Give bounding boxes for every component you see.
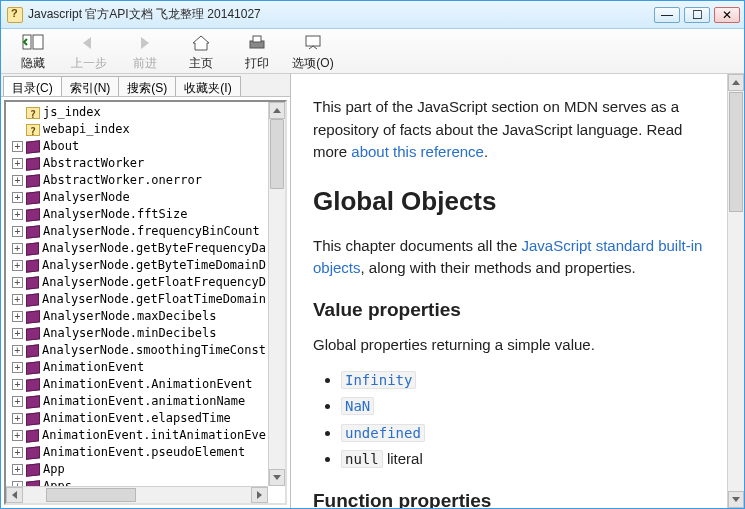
book-icon: [26, 429, 39, 442]
toolbar-hide-button[interactable]: 隐藏: [7, 31, 59, 72]
document-content: This part of the JavaScript section on M…: [291, 74, 727, 508]
toolbar-print-button[interactable]: 打印: [231, 31, 283, 72]
toolbar-options-button[interactable]: 选项(O): [287, 31, 339, 72]
book-icon: [26, 174, 40, 187]
tree-item-label: AnalyserNode.smoothingTimeConst: [42, 342, 266, 359]
tree-item[interactable]: +AnalyserNode.fftSize: [8, 206, 266, 223]
contents-tree[interactable]: js_indexwebapi_index+About+AbstractWorke…: [6, 102, 268, 486]
expander-icon[interactable]: +: [12, 192, 23, 203]
tab-search[interactable]: 搜索(S): [118, 76, 176, 96]
tab-index[interactable]: 索引(N): [61, 76, 120, 96]
tree-item[interactable]: +AbstractWorker: [8, 155, 266, 172]
tree-item-label: AnalyserNode.getFloatTimeDomain: [42, 291, 266, 308]
list-item: null literal: [341, 448, 711, 471]
value-link[interactable]: Infinity: [341, 371, 416, 388]
scroll-up-icon[interactable]: [269, 102, 285, 119]
tree-item-label: webapi_index: [43, 121, 130, 138]
book-icon: [26, 140, 40, 153]
tab-favorites[interactable]: 收藏夹(I): [175, 76, 240, 96]
expander-icon[interactable]: +: [12, 294, 23, 305]
scroll-up-icon[interactable]: [728, 74, 744, 91]
expander-icon[interactable]: +: [12, 430, 23, 441]
print-icon: [245, 33, 269, 53]
tab-contents[interactable]: 目录(C): [3, 76, 62, 96]
expander-icon[interactable]: +: [12, 362, 23, 373]
expander-icon[interactable]: +: [12, 345, 23, 356]
toolbar-home-button[interactable]: 主页: [175, 31, 227, 72]
scroll-down-icon[interactable]: [269, 469, 285, 486]
tree-item[interactable]: +Apps: [8, 478, 266, 486]
tree-item[interactable]: +AnalyserNode.smoothingTimeConst: [8, 342, 266, 359]
scroll-down-icon[interactable]: [728, 491, 744, 508]
expander-icon[interactable]: +: [12, 413, 23, 424]
tree-item[interactable]: +AnalyserNode.minDecibels: [8, 325, 266, 342]
tree-item[interactable]: +AbstractWorker.onerror: [8, 172, 266, 189]
expander-icon[interactable]: +: [12, 209, 23, 220]
expander-icon[interactable]: +: [12, 260, 23, 271]
expander-icon[interactable]: +: [12, 447, 23, 458]
book-icon: [26, 446, 40, 459]
tree-item[interactable]: +AnalyserNode.maxDecibels: [8, 308, 266, 325]
tree-vscrollbar[interactable]: [268, 102, 285, 486]
tree-item-label: AnimationEvent.initAnimationEve: [42, 427, 266, 444]
close-button[interactable]: ✕: [714, 7, 740, 23]
tree-item[interactable]: +About: [8, 138, 266, 155]
expander-icon: [12, 107, 23, 118]
scroll-left-icon[interactable]: [6, 487, 23, 503]
expander-icon[interactable]: +: [12, 243, 23, 254]
expander-icon[interactable]: +: [12, 175, 23, 186]
tree-hscrollbar[interactable]: [6, 486, 268, 503]
tree-item[interactable]: webapi_index: [8, 121, 266, 138]
minimize-button[interactable]: —: [654, 7, 680, 23]
titlebar[interactable]: Javascript 官方API文档 飞龙整理 20141027 — ☐ ✕: [1, 1, 744, 29]
expander-icon[interactable]: +: [12, 141, 23, 152]
tree-item-label: AbstractWorker: [43, 155, 144, 172]
scroll-thumb[interactable]: [270, 119, 284, 189]
tree-item-label: AnimationEvent.animationName: [43, 393, 245, 410]
book-icon: [26, 191, 40, 204]
tree-item-label: AnalyserNode.minDecibels: [43, 325, 216, 342]
window-title: Javascript 官方API文档 飞龙整理 20141027: [28, 6, 654, 23]
book-icon: [26, 242, 39, 255]
expander-icon[interactable]: +: [12, 464, 23, 475]
tree-item[interactable]: +AnimationEvent.animationName: [8, 393, 266, 410]
tree-item[interactable]: +AnimationEvent.AnimationEvent: [8, 376, 266, 393]
tree-item[interactable]: +AnalyserNode.getFloatFrequencyD: [8, 274, 266, 291]
tree-item-label: AnimationEvent.elapsedTime: [43, 410, 231, 427]
expander-icon[interactable]: +: [12, 379, 23, 390]
tree-item[interactable]: +AnalyserNode.getByteFrequencyDa: [8, 240, 266, 257]
scroll-thumb[interactable]: [46, 488, 136, 502]
tree-item[interactable]: +App: [8, 461, 266, 478]
expander-icon[interactable]: +: [12, 158, 23, 169]
toolbar-back-button: 上一步: [63, 31, 115, 72]
tree-item[interactable]: +AnimationEvent.elapsedTime: [8, 410, 266, 427]
svg-rect-4: [306, 36, 320, 46]
tree-item[interactable]: js_index: [8, 104, 266, 121]
value-link[interactable]: undefined: [341, 424, 425, 441]
expander-icon[interactable]: +: [12, 328, 23, 339]
tree-item[interactable]: +AnimationEvent: [8, 359, 266, 376]
toolbar: 隐藏上一步前进主页打印选项(O): [1, 29, 744, 74]
expander-icon[interactable]: +: [12, 311, 23, 322]
expander-icon[interactable]: +: [12, 226, 23, 237]
book-icon: [26, 276, 39, 289]
toolbar-label: 选项(O): [292, 56, 333, 70]
tree-item[interactable]: +AnalyserNode: [8, 189, 266, 206]
content-vscrollbar[interactable]: [727, 74, 744, 508]
tree-item[interactable]: +AnimationEvent.pseudoElement: [8, 444, 266, 461]
toolbar-label: 主页: [189, 56, 213, 70]
value-code: null: [341, 450, 383, 468]
help-page-icon: [26, 124, 40, 136]
tree-item[interactable]: +AnimationEvent.initAnimationEve: [8, 427, 266, 444]
tree-item[interactable]: +AnalyserNode.frequencyBinCount: [8, 223, 266, 240]
value-link[interactable]: NaN: [341, 397, 374, 414]
tree-item[interactable]: +AnalyserNode.getFloatTimeDomain: [8, 291, 266, 308]
tree-item[interactable]: +AnalyserNode.getByteTimeDomainD: [8, 257, 266, 274]
about-reference-link[interactable]: about this reference: [351, 143, 484, 160]
scroll-thumb[interactable]: [729, 92, 743, 212]
expander-icon[interactable]: +: [12, 396, 23, 407]
expander-icon[interactable]: +: [12, 277, 23, 288]
book-icon: [26, 378, 40, 391]
maximize-button[interactable]: ☐: [684, 7, 710, 23]
scroll-right-icon[interactable]: [251, 487, 268, 503]
